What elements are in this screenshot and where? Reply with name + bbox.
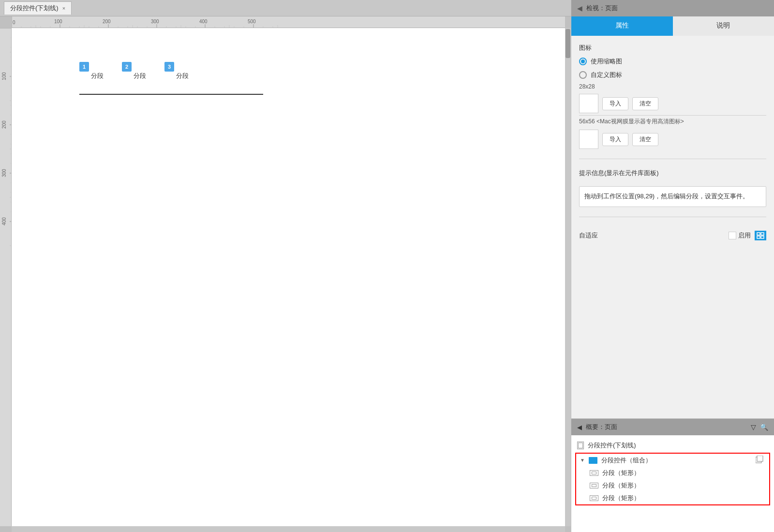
svg-rect-41 [0, 28, 11, 526]
segment-label-2: 分段 [134, 72, 146, 80]
radio-thumbnail[interactable]: 使用缩略图 [579, 57, 766, 66]
svg-text:500: 500 [248, 19, 256, 24]
icon-56-row: 导入 清空 [579, 130, 766, 149]
outline-panel: ◀ 概要：页面 ▽ 🔍 分段控件(下划线) [571, 418, 774, 532]
divider-1 [579, 115, 766, 116]
icon-section: 图标 使用缩略图 自定义图标 28x28 导入 清空 [579, 44, 766, 149]
divider-2 [579, 159, 766, 159]
outline-header: ◀ 概要：页面 ▽ 🔍 [571, 419, 774, 435]
svg-rect-72 [757, 233, 760, 235]
panel-back-icon[interactable]: ◀ [577, 4, 582, 12]
svg-text:0: 0 [13, 20, 15, 25]
svg-rect-73 [761, 233, 764, 235]
radio-thumbnail-circle[interactable] [579, 58, 587, 65]
adaptive-label: 自适应 [579, 231, 598, 240]
segment-item-2[interactable]: 2 [122, 62, 132, 72]
outline-sub-item-2[interactable]: 分段（矩形） [576, 479, 769, 492]
tab-bar: 分段控件(下划线) × [0, 0, 571, 16]
icon-28-section: 28x28 导入 清空 [579, 83, 766, 113]
panel-tabs: 属性 说明 [571, 16, 774, 36]
icon-56-import-button[interactable]: 导入 [602, 133, 628, 146]
svg-rect-75 [761, 236, 764, 238]
copy-svg [756, 456, 763, 463]
outline-rect-icon-1 [590, 470, 598, 476]
right-panel: ◀ 检视：页面 属性 说明 图标 使用缩略图 自定义图标 [571, 0, 774, 532]
hint-text-box[interactable]: 拖动到工作区位置(98,29)，然后编辑分段，设置交互事件。 [579, 186, 766, 207]
svg-text:400: 400 [1, 217, 7, 225]
main-tab[interactable]: 分段控件(下划线) × [4, 1, 72, 15]
outline-doc-icon [577, 442, 584, 449]
icon-56-preview [579, 130, 598, 149]
outline-filter-icon[interactable]: ▽ [751, 423, 756, 431]
divider-3 [579, 217, 766, 217]
radio-group-icon: 使用缩略图 自定义图标 [579, 57, 766, 79]
white-canvas[interactable]: 1 分段 2 分段 3 分段 [12, 28, 565, 526]
segment-item-3[interactable]: 3 [164, 62, 174, 72]
icon-56-section: 56x56 <Mac视网膜显示器专用高清图标> 导入 清空 [579, 118, 766, 149]
svg-text:300: 300 [151, 19, 159, 24]
segment-label-3: 分段 [176, 72, 189, 80]
tab-close-button[interactable]: × [62, 5, 65, 11]
segment-underline [79, 94, 263, 95]
icon-56-label: 56x56 <Mac视网膜显示器专用高清图标> [579, 118, 766, 126]
svg-text:300: 300 [1, 169, 7, 177]
segment-badge-2: 2 [122, 62, 132, 72]
outline-expand-arrow[interactable]: ▼ [580, 458, 585, 463]
ruler-top-svg: 0 100 200 300 400 500 [12, 16, 565, 28]
outline-sub-label-2: 分段（矩形） [602, 481, 640, 490]
segment-item-1[interactable]: 1 [79, 62, 89, 72]
outline-content: 分段控件(下划线) ▼ 分段控件（组合） [571, 435, 774, 532]
outline-folder-icon [589, 457, 597, 464]
segment-label-1: 分段 [91, 72, 104, 80]
outline-group-label: 分段控件（组合） [601, 456, 652, 465]
outline-header-left: ◀ 概要：页面 [577, 423, 617, 431]
doc-svg [578, 443, 583, 448]
scroll-bar-right[interactable] [565, 28, 571, 526]
icon-28-label: 28x28 [579, 83, 766, 90]
outline-root-label: 分段控件(下划线) [588, 441, 636, 450]
svg-text:200: 200 [103, 19, 111, 24]
tab-properties[interactable]: 属性 [571, 16, 673, 36]
icon-56-clear-button[interactable]: 清空 [632, 133, 658, 146]
icon-28-preview [579, 94, 598, 113]
radio-custom[interactable]: 自定义图标 [579, 71, 766, 79]
properties-content: 图标 使用缩略图 自定义图标 28x28 导入 清空 [571, 36, 774, 418]
enable-checkbox[interactable]: 启用 [729, 231, 751, 240]
icon-section-title: 图标 [579, 44, 766, 52]
outline-sub-item-3[interactable]: 分段（矩形） [576, 492, 769, 504]
outline-sub-item-1[interactable]: 分段（矩形） [576, 467, 769, 479]
outline-group-item[interactable]: ▼ 分段控件（组合） [576, 454, 769, 467]
outline-sub-label-3: 分段（矩形） [602, 494, 640, 502]
enable-checkbox-box[interactable] [729, 232, 736, 239]
svg-rect-0 [12, 16, 565, 28]
panel-header-title: 检视：页面 [586, 4, 618, 13]
ruler-left: 100 200 300 400 [0, 28, 12, 526]
icon-28-clear-button[interactable]: 清空 [632, 97, 658, 110]
tab-description[interactable]: 说明 [673, 16, 774, 36]
radio-custom-label: 自定义图标 [591, 71, 622, 79]
svg-text:200: 200 [1, 120, 7, 129]
icon-28-import-button[interactable]: 导入 [602, 97, 628, 110]
svg-text:100: 100 [54, 19, 62, 24]
ruler-top: 0 100 200 300 400 500 [12, 16, 565, 28]
outline-red-box: ▼ 分段控件（组合） [575, 453, 770, 505]
hint-section: 提示信息(显示在元件库面板) 拖动到工作区位置(98,29)，然后编辑分段，设置… [579, 169, 766, 207]
outline-copy-icon [756, 456, 763, 465]
outline-sub-label-1: 分段（矩形） [602, 469, 640, 477]
canvas-wrapper: 0 100 200 300 400 500 [0, 16, 571, 532]
adaptive-icon-button[interactable] [755, 231, 766, 240]
scroll-thumb-right[interactable] [566, 29, 570, 58]
svg-rect-79 [757, 456, 763, 461]
outline-header-actions: ▽ 🔍 [751, 423, 768, 431]
outline-search-icon[interactable]: 🔍 [760, 423, 768, 431]
radio-custom-circle[interactable] [579, 71, 587, 79]
icon-28-row: 导入 清空 [579, 94, 766, 113]
folder-svg [589, 458, 597, 463]
scroll-bar-bottom[interactable] [12, 526, 565, 532]
segment-badge-1: 1 [79, 62, 89, 72]
segment-control[interactable]: 1 分段 2 分段 3 分段 [79, 62, 189, 80]
outline-back-icon[interactable]: ◀ [577, 424, 582, 431]
outline-root-item[interactable]: 分段控件(下划线) [571, 439, 774, 452]
adaptive-section: 自适应 启用 [579, 227, 766, 244]
enable-label: 启用 [738, 231, 751, 240]
